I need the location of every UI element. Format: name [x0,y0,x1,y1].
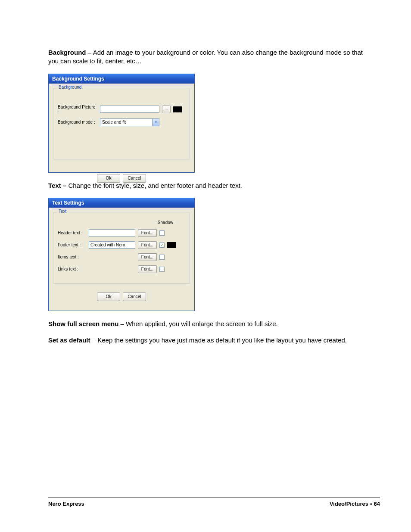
para-text: Text – Change the font style, size, and … [48,181,363,190]
para-background-bold: Background [48,49,86,56]
background-mode-combo[interactable]: Scale and fit ▾ [100,118,159,126]
footer-left: Nero Express [48,501,84,507]
para-fullscreen: Show full screen menu – When applied, yo… [48,320,363,328]
para-default-rest: – Keep the settings you have just made a… [90,336,347,344]
para-text-bold: Text – [48,182,66,189]
font-button[interactable]: Font... [138,241,157,249]
links-shadow-checkbox[interactable] [159,267,165,272]
group-legend: Background [57,85,83,90]
footer-text-input[interactable] [89,241,135,249]
text-settings-dialog: Text Settings Text Shadow Header text : … [48,198,195,311]
dialog-titlebar: Background Settings [49,74,194,84]
font-button[interactable]: Font... [138,253,157,261]
background-mode-value: Scale and fit [102,120,126,124]
page-footer: Nero Express Video/Pictures64 [48,498,380,507]
background-groupbox: Background Background Picture : ... Back… [53,88,190,159]
links-text-label: Links text : [58,267,86,271]
font-button[interactable]: Font... [138,265,157,273]
cancel-button[interactable]: Cancel [123,292,146,301]
para-fullscreen-bold: Show full screen menu [48,320,118,327]
para-background-rest: – Add an image to your background or col… [48,49,363,65]
font-button[interactable]: Font... [138,229,157,237]
footer-right: Video/Pictures64 [330,501,380,507]
dialog-titlebar: Text Settings [49,198,194,208]
header-text-label: Header text : [58,230,86,235]
background-picture-input[interactable] [100,106,159,113]
footer-text-label: Footer text : [58,243,86,247]
shadow-column-header: Shadow [58,220,185,225]
para-background: Background – Add an image to your backgr… [48,48,363,66]
para-default-bold: Set as default [48,336,90,344]
para-text-rest: Change the font style, size, and enter f… [66,182,242,189]
footer-shadow-color-swatch[interactable] [167,242,176,248]
footer-shadow-checkbox[interactable]: ✓ [159,243,165,248]
ok-button[interactable]: Ok [97,292,120,301]
background-picture-label: Background Picture : [58,105,97,114]
para-default: Set as default – Keep the settings you h… [48,336,363,345]
chevron-down-icon: ▾ [152,119,159,126]
background-color-swatch[interactable] [173,106,182,112]
header-shadow-checkbox[interactable] [159,230,165,236]
group-legend: Text [57,209,68,214]
header-text-input[interactable] [89,229,135,236]
background-settings-dialog: Background Settings Background Backgroun… [48,74,195,173]
browse-button[interactable]: ... [162,106,171,113]
items-shadow-checkbox[interactable] [159,255,165,260]
items-text-label: Items text : [58,255,86,259]
text-groupbox: Text Shadow Header text : Font... Footer… [53,212,190,284]
para-fullscreen-rest: – When applied, you will enlarge the scr… [118,320,277,327]
background-mode-label: Background mode : [58,120,97,124]
